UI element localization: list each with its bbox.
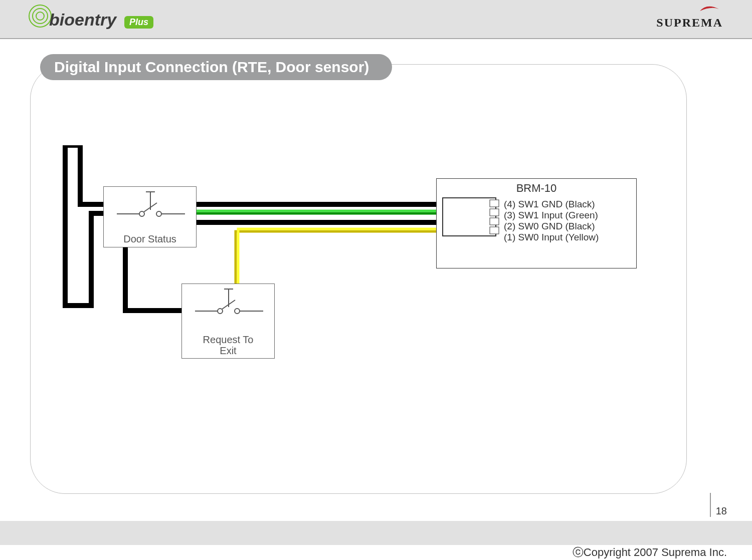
suprema-logo: SUPREMA	[623, 5, 723, 32]
svg-rect-19	[490, 209, 499, 216]
page-number: 18	[710, 493, 727, 517]
request-to-exit-switch: Request To Exit	[181, 284, 275, 359]
brm-10-module: BRM-10 (4) SW1 GND (Black) (3) SW1 Input…	[436, 178, 637, 268]
panel-title: Digital Input Connection (RTE, Door sens…	[40, 54, 392, 80]
logo-text-main: bioentry	[49, 10, 116, 29]
svg-point-13	[235, 309, 240, 314]
svg-point-11	[218, 309, 223, 314]
rte-label-line2: Exit	[220, 345, 236, 356]
svg-point-6	[156, 211, 161, 216]
logo-plus-badge: Plus	[124, 16, 153, 29]
pin-3-label: (3) SW1 Input (Green)	[504, 210, 598, 221]
svg-point-2	[36, 12, 44, 20]
pin-1-label: (1) SW0 Input (Yellow)	[504, 232, 599, 243]
svg-rect-17	[443, 198, 496, 236]
bioentry-plus-logo: bioentry Plus	[25, 3, 165, 35]
svg-rect-21	[490, 227, 499, 234]
copyright-text: ⓒCopyright 2007 Suprema Inc.	[573, 545, 727, 560]
wiring-diagram: Door Status Request To Exit BRM-10 (4) S…	[60, 145, 642, 426]
suprema-text: SUPREMA	[656, 16, 723, 29]
door-status-switch: Door Status	[103, 186, 197, 247]
rte-label-line1: Request To	[203, 334, 254, 345]
svg-point-4	[139, 211, 144, 216]
footer-bar	[0, 521, 752, 545]
svg-rect-20	[490, 218, 499, 225]
svg-point-1	[33, 9, 48, 24]
header-bar: bioentry Plus SUPREMA	[0, 0, 752, 39]
door-status-label: Door Status	[104, 233, 196, 245]
pin-2-label: (2) SW0 GND (Black)	[504, 221, 595, 232]
rte-label: Request To Exit	[182, 334, 274, 356]
svg-rect-18	[490, 200, 499, 207]
pin-4-label: (4) SW1 GND (Black)	[504, 199, 595, 210]
